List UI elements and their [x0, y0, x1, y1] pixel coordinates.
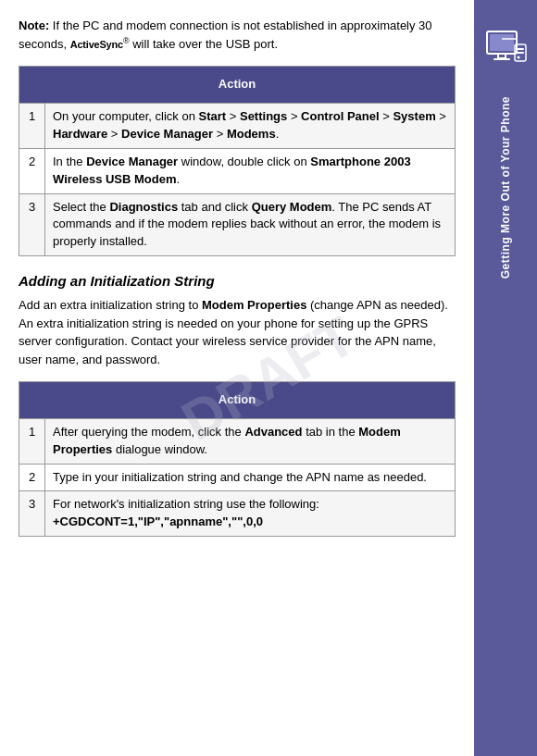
svg-rect-1: [490, 34, 514, 51]
row1-content: After querying the modem, click the Adva…: [45, 418, 456, 464]
row2-content: In the Device Manager window, double cli…: [45, 148, 456, 193]
note-paragraph: Note: If the PC and modem connection is …: [19, 17, 456, 53]
table-row: 3 For network's initialization string us…: [19, 491, 456, 537]
registered-mark: ®: [123, 36, 130, 45]
computer-modem-icon: [481, 28, 530, 76]
table2-header-label: Action: [27, 387, 447, 414]
svg-rect-6: [517, 52, 524, 54]
activesync-brand: ActiveSync: [70, 39, 123, 50]
table1-header-label: Action: [27, 71, 447, 98]
table-row: 3 Select the Diagnostics tab and click Q…: [19, 193, 456, 256]
table-row: 2 Type in your initialization string and…: [19, 464, 456, 491]
row1-num: 1: [19, 418, 45, 464]
sidebar-label: Getting More Out of Your Phone: [499, 96, 512, 279]
row2-content: Type in your initialization string and c…: [45, 464, 456, 491]
main-content: Note: If the PC and modem connection is …: [0, 0, 474, 756]
svg-rect-3: [493, 58, 510, 60]
note-text-after: will take over the USB port.: [130, 37, 278, 51]
svg-rect-5: [517, 48, 524, 50]
sidebar: Getting More Out of Your Phone: [474, 0, 537, 756]
row3-content: For network's initialization string use …: [45, 491, 456, 537]
table1-header-row: Action: [19, 67, 456, 104]
table2-header-row: Action: [19, 382, 456, 419]
section-body: Add an extra initialization string to Mo…: [19, 296, 456, 368]
row1-content: On your computer, click on Start > Setti…: [45, 104, 456, 149]
row1-num: 1: [19, 104, 45, 149]
action-table-1: Action 1 On your computer, click on Star…: [19, 66, 456, 256]
row3-content: Select the Diagnostics tab and click Que…: [45, 193, 456, 256]
svg-point-7: [518, 56, 520, 59]
table-row: 2 In the Device Manager window, double c…: [19, 148, 456, 193]
table-row: 1 On your computer, click on Start > Set…: [19, 104, 456, 149]
action-table-2: Action 1 After querying the modem, click…: [19, 381, 456, 537]
row3-num: 3: [19, 193, 45, 256]
row2-num: 2: [19, 148, 45, 193]
table2-header-cell: Action: [19, 382, 456, 419]
svg-rect-2: [498, 54, 506, 58]
row2-num: 2: [19, 464, 45, 491]
row3-num: 3: [19, 491, 45, 537]
section-heading: Adding an Initialization String: [19, 273, 456, 289]
page-container: Note: If the PC and modem connection is …: [0, 0, 537, 756]
table1-header-cell: Action: [19, 67, 456, 104]
table-row: 1 After querying the modem, click the Ad…: [19, 418, 456, 464]
